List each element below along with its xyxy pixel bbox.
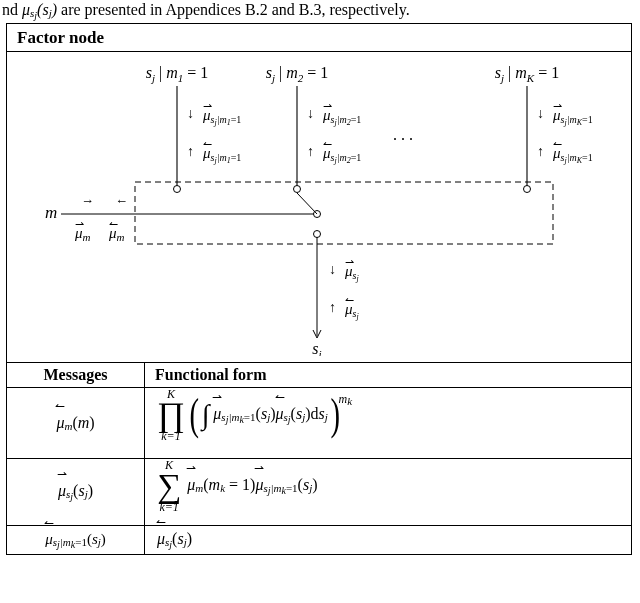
svg-text:↑: ↑ [307, 144, 314, 159]
row1-functional-form: K∏k=1(∫ ⇀μsj|mk=1(sj)↼μsj(sj)dsj)mk [145, 388, 631, 458]
svg-text:↓: ↓ [307, 106, 314, 121]
svg-text:↑: ↑ [187, 144, 194, 159]
messages-header-left: Messages [7, 363, 145, 387]
svg-text:↓: ↓ [537, 106, 544, 121]
factor-node-table: Factor node sj | m1 = 1 sj | m2 = 1 sj |… [6, 23, 632, 555]
row2-message-name: ⇀μsj(sj) [7, 459, 145, 525]
svg-text:. . .: . . . [393, 126, 413, 143]
svg-text:m: m [45, 203, 57, 222]
svg-point-8 [294, 186, 301, 193]
factor-node-title: Factor node [7, 24, 631, 52]
svg-text:sj | m1 = 1: sj | m1 = 1 [146, 64, 209, 84]
svg-text:sj: sj [312, 340, 321, 356]
messages-row-2: ⇀μsj(sj) K∑k=1 ⇀μm(mk = 1)⇀μsj|mk=1(sj) [7, 459, 631, 526]
row2-functional-form: K∑k=1 ⇀μm(mk = 1)⇀μsj|mk=1(sj) [145, 459, 631, 525]
svg-point-7 [174, 186, 181, 193]
svg-text:μsj|m2=1: μsj|m2=1 [322, 145, 361, 165]
svg-text:μsj: μsj [344, 301, 359, 321]
svg-text:μm: μm [108, 225, 125, 243]
row1-message-name: ↼μm(m) [7, 388, 145, 458]
svg-text:sj | m2 = 1: sj | m2 = 1 [266, 64, 329, 84]
svg-text:μsj|mK=1: μsj|mK=1 [552, 107, 593, 127]
svg-point-40 [314, 231, 321, 238]
svg-text:↑: ↑ [537, 144, 544, 159]
svg-text:←: ← [115, 193, 128, 208]
svg-text:↓: ↓ [187, 106, 194, 121]
messages-header-right: Functional form [145, 363, 631, 387]
svg-rect-28 [135, 182, 553, 244]
factor-node-diagram: sj | m1 = 1 sj | m2 = 1 sj | mK = 1 . . … [7, 52, 631, 363]
context-line: nd ↼μsj(sj) are presented in Appendices … [0, 0, 640, 22]
svg-text:μsj|mK=1: μsj|mK=1 [552, 145, 593, 165]
svg-text:μsj|m1=1: μsj|m1=1 [202, 145, 241, 165]
svg-text:sj | mK = 1: sj | mK = 1 [495, 64, 559, 84]
messages-row-3: ↼μsj|mk=1(sj) ↼μsj(sj) [7, 526, 631, 554]
svg-text:→: → [81, 193, 94, 208]
row3-functional-form: ↼μsj(sj) [145, 526, 631, 554]
svg-text:μsj: μsj [344, 263, 359, 283]
row3-message-name: ↼μsj|mk=1(sj) [7, 526, 145, 554]
svg-text:↓: ↓ [329, 262, 336, 277]
svg-line-39 [297, 193, 317, 214]
svg-text:μsj|m2=1: μsj|m2=1 [322, 107, 361, 127]
svg-point-9 [524, 186, 531, 193]
messages-header-row: Messages Functional form [7, 363, 631, 388]
svg-text:μm: μm [74, 225, 91, 243]
svg-text:μsj|m1=1: μsj|m1=1 [202, 107, 241, 127]
messages-row-1: ↼μm(m) K∏k=1(∫ ⇀μsj|mk=1(sj)↼μsj(sj)dsj)… [7, 388, 631, 459]
factor-graph-svg: sj | m1 = 1 sj | m2 = 1 sj | mK = 1 . . … [17, 60, 617, 356]
svg-text:↑: ↑ [329, 300, 336, 315]
